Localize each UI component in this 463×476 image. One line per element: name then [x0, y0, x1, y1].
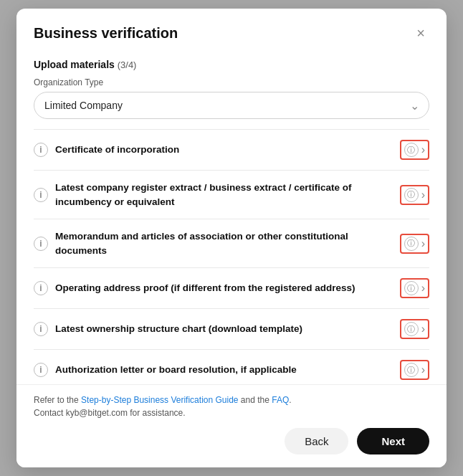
- doc-info-icon-4: i: [34, 281, 48, 295]
- modal-title: Business verification: [34, 25, 178, 42]
- doc-item-company-register[interactable]: i Latest company register extract / busi…: [34, 170, 429, 219]
- footer-note-suffix: .: [289, 395, 291, 405]
- doc-chevron-3: ›: [421, 237, 425, 250]
- step-badge: (3/4): [118, 60, 137, 70]
- document-list: i Certificate of incorporation ⓘ › i Lat…: [34, 129, 429, 384]
- modal-overlay: Business verification × Upload materials…: [0, 0, 463, 476]
- footer-note: Refer to the Step-by-Step Business Verif…: [34, 394, 429, 419]
- footer-contact: Contact kyb@bitget.com for assistance.: [34, 408, 186, 418]
- doc-item-operating-address[interactable]: i Operating address proof (if different …: [34, 267, 429, 308]
- org-type-select-wrapper: Limited Company Partnership Sole Proprie…: [34, 92, 429, 119]
- doc-circle-icon-2: ⓘ: [404, 188, 419, 202]
- modal-header: Business verification ×: [16, 9, 447, 49]
- close-button[interactable]: ×: [412, 24, 429, 42]
- doc-chevron-4: ›: [421, 282, 425, 295]
- doc-actions-6: ⓘ ›: [400, 360, 429, 380]
- doc-chevron-2: ›: [421, 189, 425, 201]
- doc-item-ownership-chart[interactable]: i Latest ownership structure chart (down…: [34, 308, 429, 349]
- back-button[interactable]: Back: [285, 428, 348, 454]
- doc-text-3: Memorandum and articles of association o…: [55, 229, 393, 257]
- doc-circle-icon-4: ⓘ: [404, 281, 419, 295]
- section-label: Upload materials (3/4): [34, 59, 429, 70]
- org-type-label: Organization Type: [34, 77, 429, 87]
- doc-chevron-5: ›: [421, 323, 425, 335]
- doc-chevron-1: ›: [421, 143, 425, 156]
- doc-actions-5: ⓘ ›: [400, 319, 429, 339]
- doc-circle-icon-6: ⓘ: [404, 363, 419, 377]
- business-verification-modal: Business verification × Upload materials…: [16, 9, 447, 467]
- doc-circle-icon-5: ⓘ: [404, 322, 419, 336]
- footer-buttons: Back Next: [34, 428, 429, 454]
- doc-circle-icon-1: ⓘ: [404, 143, 419, 157]
- doc-info-icon-6: i: [34, 363, 48, 377]
- next-button[interactable]: Next: [357, 428, 429, 454]
- doc-actions-1: ⓘ ›: [400, 140, 429, 160]
- doc-chevron-6: ›: [421, 363, 425, 376]
- doc-actions-2: ⓘ ›: [400, 185, 429, 205]
- doc-text-4: Operating address proof (if different fr…: [55, 281, 393, 295]
- doc-item-cert-incorporation[interactable]: i Certificate of incorporation ⓘ ›: [34, 129, 429, 170]
- org-type-select[interactable]: Limited Company Partnership Sole Proprie…: [34, 92, 429, 119]
- doc-text-2: Latest company register extract / busine…: [55, 181, 393, 209]
- doc-info-icon-3: i: [34, 237, 48, 251]
- doc-info-icon-1: i: [34, 143, 48, 157]
- doc-info-icon-5: i: [34, 322, 48, 336]
- doc-actions-3: ⓘ ›: [400, 234, 429, 254]
- footer-note-prefix: Refer to the: [34, 395, 81, 405]
- doc-item-auth-letter[interactable]: i Authorization letter or board resoluti…: [34, 349, 429, 384]
- step-by-step-guide-link[interactable]: Step-by-Step Business Verification Guide: [81, 395, 238, 405]
- doc-text-1: Certificate of incorporation: [55, 143, 393, 157]
- faq-link[interactable]: FAQ: [272, 395, 289, 405]
- doc-circle-icon-3: ⓘ: [404, 237, 419, 251]
- doc-item-memorandum[interactable]: i Memorandum and articles of association…: [34, 219, 429, 267]
- modal-footer: Refer to the Step-by-Step Business Verif…: [16, 384, 447, 467]
- doc-text-5: Latest ownership structure chart (downlo…: [55, 322, 393, 336]
- doc-actions-4: ⓘ ›: [400, 278, 429, 298]
- doc-info-icon-2: i: [34, 188, 48, 202]
- modal-body: Upload materials (3/4) Organization Type…: [16, 49, 447, 384]
- doc-text-6: Authorization letter or board resolution…: [55, 363, 393, 377]
- footer-note-middle: and the: [239, 395, 272, 405]
